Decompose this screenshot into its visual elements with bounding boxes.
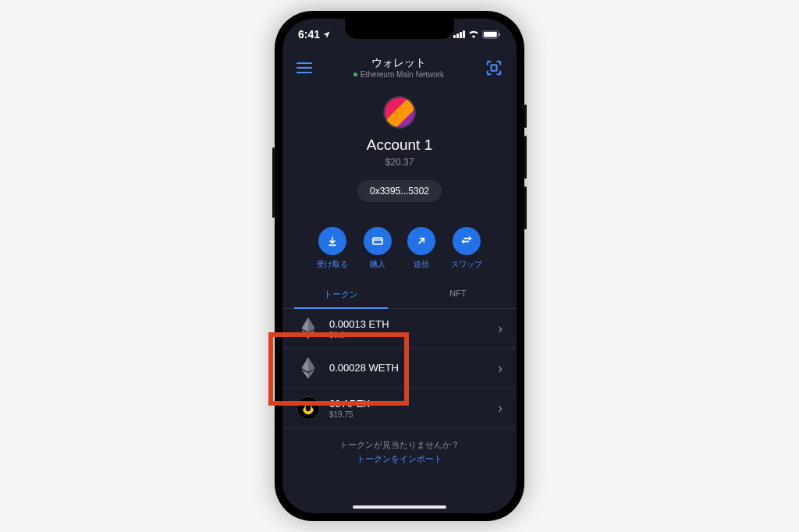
signal-icon: [453, 30, 465, 38]
token-value: $19.75: [329, 410, 488, 419]
side-button: [524, 105, 527, 128]
token-info: 0.00013 ETH $0.2: [329, 318, 488, 339]
status-time: 6:41: [298, 28, 320, 41]
token-amount: 0.00013 ETH: [329, 318, 488, 330]
header-center: ウォレット Ethereum Main Network: [353, 56, 444, 79]
receive-button[interactable]: 受け取る: [317, 227, 348, 270]
tab-nft[interactable]: NFT: [400, 281, 517, 308]
header-title: ウォレット: [353, 56, 444, 70]
side-button: [524, 136, 527, 179]
scan-button[interactable]: [485, 59, 502, 76]
buy-button[interactable]: 購入: [364, 227, 392, 270]
svg-point-5: [306, 405, 311, 411]
chevron-right-icon: ›: [498, 400, 502, 417]
swap-button[interactable]: スワップ: [451, 227, 482, 270]
status-bar-left: 6:41: [298, 28, 331, 41]
notch: [345, 19, 454, 39]
side-button: [524, 186, 527, 229]
import-token-link[interactable]: トークンをインポート: [293, 453, 506, 465]
svg-rect-2: [499, 33, 500, 35]
chevron-right-icon: ›: [498, 360, 502, 377]
home-indicator[interactable]: [353, 505, 446, 509]
battery-icon: [482, 30, 501, 39]
action-label: 受け取る: [317, 259, 348, 270]
tabs: トークン NFT: [282, 281, 517, 309]
token-amount: 60 APEX: [329, 398, 488, 410]
action-label: 購入: [364, 259, 392, 270]
actions-row: 受け取る 購入 送信 スワップ: [282, 213, 517, 281]
phone-frame: 6:41 ウォレット: [275, 11, 524, 521]
token-amount: 0.00028 WETH: [329, 362, 488, 374]
token-list: 0.00013 ETH $0.2 › 0.00028 WETH ›: [282, 309, 517, 428]
token-info: 60 APEX $19.75: [329, 398, 488, 419]
token-value: $0.2: [329, 331, 488, 339]
token-info: 0.00028 WETH: [329, 362, 488, 374]
account-section: Account 1 $20.37 0x3395...5302: [282, 83, 517, 213]
send-button[interactable]: 送信: [407, 227, 435, 270]
chevron-right-icon: ›: [498, 321, 502, 337]
account-name[interactable]: Account 1: [282, 137, 517, 154]
network-status-dot: [353, 73, 357, 76]
footer-text: トークンが見当たりませんか？ トークンをインポート: [282, 428, 517, 476]
action-label: スワップ: [451, 259, 482, 270]
address-pill[interactable]: 0x3395...5302: [357, 180, 442, 202]
account-balance: $20.37: [282, 157, 517, 168]
weth-icon: [297, 356, 320, 380]
svg-rect-1: [484, 31, 497, 37]
location-icon: [322, 30, 331, 39]
svg-rect-4: [373, 238, 382, 244]
screen: 6:41 ウォレット: [282, 19, 517, 513]
tab-tokens[interactable]: トークン: [282, 281, 400, 308]
swap-icon: [453, 227, 481, 255]
token-row-eth[interactable]: 0.00013 ETH $0.2 ›: [282, 309, 517, 349]
action-label: 送信: [407, 259, 435, 270]
menu-button[interactable]: [297, 62, 312, 73]
eth-icon: [297, 317, 320, 340]
arrow-up-right-icon: [407, 227, 435, 255]
network-name: Ethereum Main Network: [360, 70, 444, 79]
network-label[interactable]: Ethereum Main Network: [353, 70, 444, 79]
token-row-weth[interactable]: 0.00028 WETH ›: [282, 349, 517, 388]
wifi-icon: [468, 30, 479, 38]
apex-icon: [297, 396, 320, 420]
token-row-apex[interactable]: 60 APEX $19.75 ›: [282, 388, 517, 428]
card-icon: [364, 227, 392, 255]
account-avatar[interactable]: [383, 96, 416, 129]
app-header: ウォレット Ethereum Main Network: [282, 50, 517, 83]
svg-rect-3: [491, 65, 496, 70]
download-icon: [318, 227, 346, 255]
status-bar-right: [453, 30, 501, 39]
side-button: [272, 147, 275, 218]
footer-not-found: トークンが見当たりませんか？: [293, 439, 506, 451]
